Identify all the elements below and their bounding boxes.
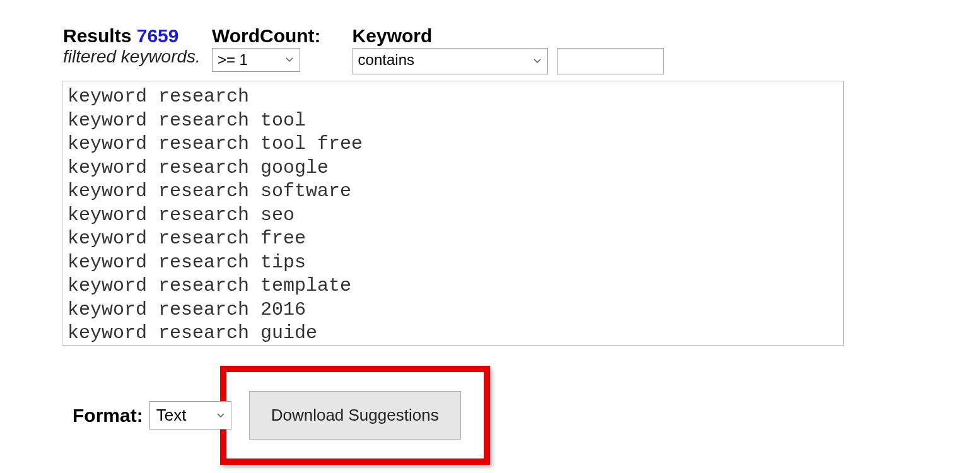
results-textarea[interactable] (62, 81, 844, 346)
wordcount-label: WordCount: (212, 25, 321, 47)
wordcount-select[interactable]: >= 1 (212, 48, 300, 72)
filtered-keywords-label: filtered keywords. (63, 47, 206, 67)
keyword-input[interactable] (557, 48, 664, 74)
wordcount-select-value: >= 1 (218, 51, 248, 68)
filter-row: Results 7659 filtered keywords. WordCoun… (63, 25, 917, 74)
results-label: Results (63, 25, 131, 46)
format-select[interactable]: Text (149, 401, 231, 429)
chevron-down-icon (286, 57, 293, 62)
results-count: 7659 (137, 25, 179, 46)
format-select-value: Text (156, 406, 187, 424)
keyword-operator-value: contains (358, 51, 414, 68)
format-label: Format: (73, 405, 143, 426)
keyword-controls: contains (353, 48, 664, 74)
keyword-operator-select[interactable]: contains (353, 48, 548, 74)
results-block: Results 7659 filtered keywords. (63, 25, 206, 67)
bottom-row: Format: Text Download Suggestions (63, 366, 917, 465)
keyword-block: Keyword contains (353, 25, 664, 74)
main-container: Results 7659 filtered keywords. WordCoun… (0, 0, 980, 473)
wordcount-block: WordCount: >= 1 (212, 25, 321, 72)
download-suggestions-button[interactable]: Download Suggestions (249, 391, 461, 440)
download-highlight-box: Download Suggestions (220, 366, 490, 465)
chevron-down-icon (217, 413, 225, 418)
keyword-label: Keyword (353, 25, 664, 47)
chevron-down-icon (534, 59, 541, 64)
results-line1: Results 7659 (63, 25, 206, 47)
